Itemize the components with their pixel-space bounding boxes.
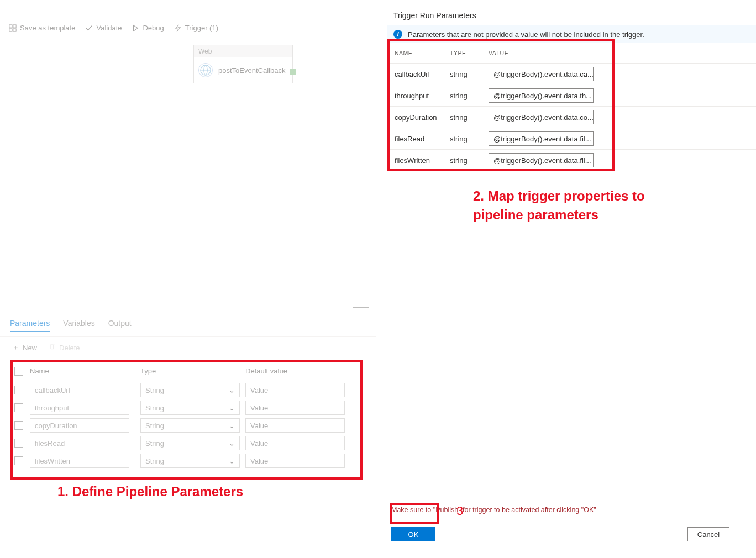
plus-icon: ＋ <box>12 343 19 352</box>
validate-button[interactable]: Validate <box>85 24 122 32</box>
new-label: New <box>23 344 37 352</box>
tab-output[interactable]: Output <box>108 319 132 332</box>
svg-rect-2 <box>9 28 12 31</box>
delete-label: Delete <box>59 344 80 352</box>
annotation-box-2 <box>387 39 615 171</box>
ok-button[interactable]: OK <box>391 527 435 541</box>
toolbar-separator <box>43 343 43 352</box>
web-activity-node[interactable]: Web postToEventCallback <box>193 45 293 83</box>
globe-icon <box>198 63 213 77</box>
info-text: Parameters that are not provided a value… <box>408 30 644 39</box>
annotation-2: 2. Map trigger properties to pipeline pa… <box>473 187 666 224</box>
lightning-icon <box>174 24 182 32</box>
info-icon: i <box>393 30 402 39</box>
trash-icon <box>49 343 56 352</box>
template-icon <box>9 24 17 32</box>
toolbar-label: Validate <box>96 24 122 32</box>
svg-rect-0 <box>9 24 12 27</box>
panel-resize-handle[interactable] <box>353 307 369 308</box>
panel-footer: OK Cancel <box>387 527 734 541</box>
svg-rect-1 <box>13 24 16 27</box>
new-parameter-button[interactable]: ＋ New <box>12 343 37 352</box>
tab-variables[interactable]: Variables <box>63 319 95 332</box>
tab-parameters[interactable]: Parameters <box>10 319 50 332</box>
trigger-button[interactable]: Trigger (1) <box>174 24 218 32</box>
check-icon <box>85 24 93 32</box>
debug-button[interactable]: Debug <box>132 24 164 32</box>
annotation-3: 3 <box>456 504 463 518</box>
save-as-template-button[interactable]: Save as template <box>9 24 75 32</box>
toolbar-label: Save as template <box>20 24 75 32</box>
activity-name: postToEventCallback <box>218 66 285 75</box>
annotation-box-1 <box>10 360 363 480</box>
pipeline-canvas[interactable]: Web postToEventCallback <box>0 39 376 310</box>
annotation-box-3 <box>390 503 439 524</box>
toolbar-label: Debug <box>143 24 164 32</box>
cancel-button[interactable]: Cancel <box>687 527 729 541</box>
annotation-1: 1. Define Pipeline Parameters <box>57 484 243 499</box>
svg-rect-3 <box>13 28 16 31</box>
activity-type-label: Web <box>194 45 292 57</box>
parameters-toolbar: ＋ New Delete <box>0 337 376 358</box>
toolbar-label: Trigger (1) <box>185 24 218 32</box>
editor-toolbar: Save as template Validate Debug Trigger … <box>0 17 376 39</box>
panel-title: Trigger Run Parameters <box>387 0 756 25</box>
bottom-tabs: Parameters Variables Output <box>0 314 376 337</box>
success-output-handle[interactable] <box>290 69 296 75</box>
delete-parameter-button: Delete <box>49 343 80 352</box>
play-icon <box>132 24 139 32</box>
